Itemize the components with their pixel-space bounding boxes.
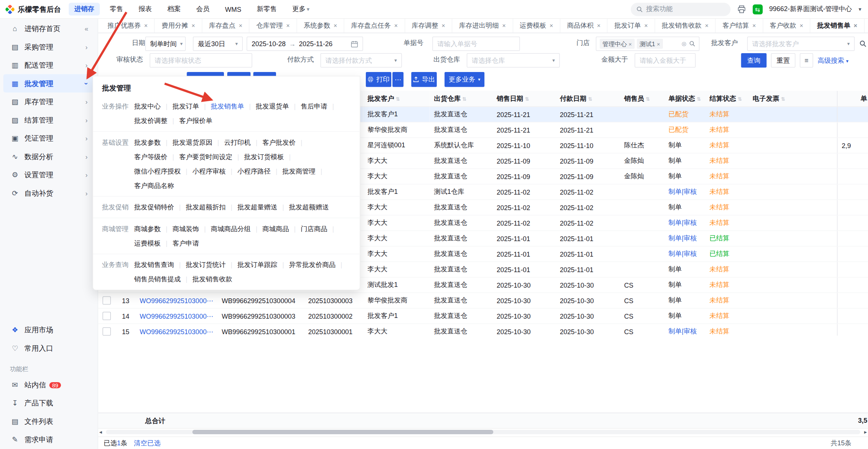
- menu-item[interactable]: 批发超量赠送: [237, 200, 289, 215]
- sort-icon[interactable]: ⇅: [588, 96, 592, 102]
- menu-item[interactable]: 客户等级价: [134, 150, 179, 164]
- chevron-icon[interactable]: [83, 61, 90, 69]
- chevron-icon[interactable]: [83, 134, 90, 142]
- menu-item[interactable]: 客户商品名称: [134, 178, 174, 193]
- tab[interactable]: 库存盘点×: [202, 18, 249, 33]
- col-warehouse[interactable]: 出货仓库⇅: [430, 91, 493, 107]
- table-row[interactable]: 14 WO996629925103000⋯ WB9966299251030000…: [98, 308, 868, 324]
- sort-icon[interactable]: ⇅: [396, 96, 400, 102]
- chip-close-icon[interactable]: ×: [629, 41, 632, 47]
- menu-item[interactable]: 批发订单: [173, 99, 211, 114]
- menu-item[interactable]: 批发促销特价: [134, 200, 186, 215]
- row-checkbox[interactable]: [103, 297, 111, 305]
- chevron-icon[interactable]: [83, 189, 90, 197]
- tab-close-icon[interactable]: ×: [334, 22, 337, 29]
- menu-item[interactable]: 批发订单跟踪: [237, 258, 289, 272]
- menu-item[interactable]: 客户批发价: [262, 135, 307, 150]
- tab[interactable]: 客户收款×: [763, 18, 810, 33]
- tab-close-icon[interactable]: ×: [549, 22, 553, 29]
- tab-close-icon[interactable]: ×: [752, 22, 756, 29]
- menu-item[interactable]: 批发商管理: [282, 164, 327, 178]
- pay-method-select[interactable]: 请选择付款方式▾: [320, 53, 402, 68]
- date-type-select[interactable]: 制单时间▾: [145, 37, 186, 51]
- menu-item[interactable]: 微信小程序授权: [134, 164, 193, 178]
- nav-menu-item[interactable]: 档案▾: [162, 3, 186, 16]
- sidebar-item[interactable]: 进销存首页: [3, 20, 94, 38]
- row-checkbox[interactable]: [103, 312, 111, 321]
- sidebar-item[interactable]: 常用入口: [3, 339, 94, 357]
- sort-icon[interactable]: ⇅: [646, 96, 650, 102]
- nav-menu-item[interactable]: 更多▾: [287, 3, 315, 16]
- sidebar-item[interactable]: 产品下载: [3, 394, 94, 412]
- sidebar-item[interactable]: 结算管理: [3, 111, 94, 129]
- scroll-left-icon[interactable]: ◂: [99, 429, 102, 435]
- tab-close-icon[interactable]: ×: [854, 22, 857, 29]
- printer-icon[interactable]: [737, 5, 746, 14]
- tab-close-icon[interactable]: ×: [597, 22, 600, 29]
- nav-menu-item[interactable]: 新零售▾: [251, 3, 282, 16]
- menu-item[interactable]: 批发订货统计: [186, 258, 238, 272]
- more-business-button[interactable]: 更多业务▾: [445, 72, 484, 87]
- menu-item[interactable]: 批发价调整: [134, 114, 179, 128]
- sidebar-item[interactable]: 设置管理: [3, 166, 94, 184]
- sidebar-item[interactable]: 数据分析: [3, 147, 94, 166]
- menu-item[interactable]: 小程序路径: [237, 164, 282, 178]
- order-no-link[interactable]: WO996629925103000⋯: [137, 308, 217, 324]
- menu-item[interactable]: 小程序审核: [193, 164, 238, 178]
- sort-icon[interactable]: ⇅: [697, 96, 701, 102]
- menu-item[interactable]: 批发订货模板: [244, 150, 296, 164]
- search-icon[interactable]: [689, 41, 696, 47]
- sidebar-item[interactable]: 配送管理: [3, 56, 94, 75]
- sort-icon[interactable]: ⇅: [462, 96, 466, 102]
- workspace-name[interactable]: 99662-新界面测试-管理中心: [769, 4, 852, 14]
- nav-menu-item[interactable]: 进销存▾: [69, 3, 100, 16]
- order-no-link[interactable]: WO996629925103000⋯: [137, 293, 217, 308]
- chevron-icon[interactable]: [83, 116, 90, 124]
- menu-item[interactable]: 运费模板: [134, 236, 173, 250]
- audit-status-select[interactable]: 请选择审核状态: [150, 53, 252, 68]
- menu-item[interactable]: 批发销售收款: [193, 272, 232, 287]
- sort-icon[interactable]: ⇅: [781, 96, 785, 102]
- scrollbar-thumb[interactable]: [193, 430, 494, 434]
- menu-item[interactable]: 批发中心: [134, 99, 173, 114]
- tab[interactable]: 推广优惠券×: [101, 18, 155, 33]
- date-range-picker[interactable]: 2025-10-28 → 2025-11-26: [247, 37, 363, 51]
- col-invoice[interactable]: 电子发票⇅: [748, 91, 837, 107]
- sidebar-item[interactable]: 站内信89: [3, 376, 94, 394]
- customer-select[interactable]: 请选择批发客户▾: [747, 37, 855, 51]
- date-preset-select[interactable]: 最近30日▾: [193, 37, 243, 51]
- menu-item[interactable]: 商城参数: [134, 222, 173, 236]
- tab-close-icon[interactable]: ×: [442, 22, 445, 29]
- tab[interactable]: 系统参数×: [297, 18, 344, 33]
- tab[interactable]: 库存调整×: [405, 18, 452, 33]
- col-doc-status[interactable]: 单据状态⇅: [664, 91, 705, 107]
- menu-item[interactable]: 异常批发价商品: [289, 258, 347, 272]
- chevron-icon[interactable]: [83, 152, 90, 160]
- tab[interactable]: 商品体积×: [560, 18, 607, 33]
- sidebar-item[interactable]: 文件列表: [3, 412, 94, 431]
- tab-close-icon[interactable]: ×: [394, 22, 398, 29]
- col-amount[interactable]: 单: [837, 91, 868, 107]
- sort-icon[interactable]: ⇅: [738, 96, 742, 102]
- list-settings-button[interactable]: ≡: [800, 53, 813, 68]
- menu-item[interactable]: 客户报价单: [179, 114, 212, 128]
- chevron-icon[interactable]: [83, 25, 90, 32]
- menu-item[interactable]: 客户申请: [173, 236, 199, 250]
- tab[interactable]: 库存盘点任务×: [344, 18, 405, 33]
- advanced-search-link[interactable]: 高级搜索 ▾: [818, 56, 849, 66]
- tab-close-icon[interactable]: ×: [644, 22, 648, 29]
- sidebar-item[interactable]: 自动补货: [3, 184, 94, 202]
- col-sale-date[interactable]: 销售日期⇅: [492, 91, 555, 107]
- sidebar-item[interactable]: 应用市场: [3, 321, 94, 339]
- tab-close-icon[interactable]: ×: [705, 22, 709, 29]
- sidebar-item[interactable]: 库存管理: [3, 93, 94, 111]
- clear-selection-link[interactable]: 清空已选: [134, 438, 161, 448]
- menu-item[interactable]: 批发销售单: [211, 99, 256, 114]
- chevron-icon[interactable]: [83, 171, 90, 179]
- chevron-icon[interactable]: [83, 43, 90, 51]
- menu-item[interactable]: 售后申请: [301, 99, 339, 114]
- chevron-icon[interactable]: [83, 98, 90, 106]
- row-checkbox[interactable]: [103, 328, 111, 336]
- print-more-button[interactable]: ⋯: [392, 72, 404, 87]
- tab[interactable]: 运费模板×: [513, 18, 560, 33]
